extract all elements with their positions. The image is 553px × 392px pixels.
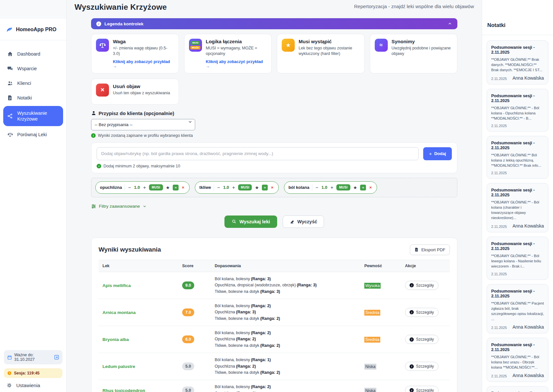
legend-card-desc: Lek bez tego objawu zostanie wykluczony … — [299, 46, 360, 57]
synonyms-toggle[interactable]: ≈ — [173, 185, 179, 190]
note-card[interactable]: Podsumowanie sesji - 2.11.2025 **OBJAWY … — [487, 386, 548, 392]
license-valid-badge: Ważne do: 31.10.2027 — [4, 350, 62, 364]
eraser-icon — [290, 219, 294, 224]
increase-weight-button[interactable]: + — [232, 185, 236, 190]
note-title: Podsumowanie sesji - 2.11.2025 — [491, 45, 544, 55]
app-logo: HomeoApp PRO — [0, 19, 66, 40]
decrease-weight-button[interactable]: − — [217, 185, 221, 190]
logout-icon[interactable] — [54, 355, 59, 360]
page-title: Wyszukiwanie Krzyżowe — [74, 3, 167, 12]
users-icon — [7, 80, 13, 86]
client-select[interactable]: -- Bez przypisania -- — [91, 119, 195, 130]
remedy-link[interactable]: Bryonia alba — [102, 337, 129, 342]
synonyms-toggle[interactable]: ≈ — [262, 185, 268, 190]
chip-weight: 1.0 — [321, 185, 327, 190]
export-pdf-button[interactable]: Eksport PDF — [410, 244, 450, 255]
legend-cards: Waga +/- zmienia wagę objawu (0.5-3.0) K… — [91, 34, 457, 73]
remedy-link[interactable]: Arnica montana — [102, 310, 136, 315]
decrease-weight-button[interactable]: − — [128, 185, 131, 190]
confidence-badge: Niska — [364, 364, 376, 370]
sidebar-item-porownaj-leki[interactable]: Porównaj Leki — [3, 128, 63, 141]
decrease-weight-button[interactable]: − — [315, 185, 319, 190]
plus-icon: + — [429, 151, 432, 156]
clear-button[interactable]: Wyczyść — [283, 216, 324, 228]
legend-header[interactable]: i Legenda kontrolek — [91, 18, 457, 29]
app-name: HomeoApp PRO — [16, 27, 56, 33]
score-badge: 9.0 — [182, 281, 194, 289]
match-line: Ból kolana, bolesny(Ranga: 2) — [215, 330, 357, 336]
legend-card-desc: Usuń ten objaw z wyszukiwania — [113, 90, 170, 96]
logic-mode-toggle[interactable]: MUSI — [149, 184, 163, 190]
approx-icon: ≈ — [375, 39, 388, 52]
note-card[interactable]: Podsumowanie sesji - 2.11.2025 **OBJAWY … — [487, 89, 548, 132]
match-line: Tkliwe, bolesne na dotyk(Ranga: 3) — [215, 289, 357, 295]
note-author: Anna Kowalska — [512, 75, 544, 81]
clock-icon — [7, 371, 12, 375]
remove-symptom-button[interactable]: × — [181, 185, 185, 190]
logic-mode-toggle[interactable]: MUSI — [336, 184, 350, 190]
info-icon: i — [91, 133, 96, 138]
table-row: Arnica montana 7.0 Ból kolana, bolesny(R… — [99, 299, 450, 326]
increase-weight-button[interactable]: + — [330, 185, 334, 190]
increase-weight-button[interactable]: + — [142, 185, 146, 190]
main-header: Wyszukiwanie Krzyżowe Repertoryzacja - z… — [74, 3, 474, 12]
advanced-filters-toggle[interactable]: Filtry zaawansowane — [91, 204, 457, 209]
synonyms-toggle[interactable]: ≈ — [360, 185, 366, 190]
remedy-link[interactable]: Rhus toxicodendron — [102, 388, 145, 392]
sidebar-item-wyszukiwanie-krzyzowe[interactable]: Wyszukiwanie Krzyżowe — [3, 106, 63, 126]
search-remedies-button[interactable]: Wyszukaj leki — [224, 216, 277, 228]
remove-symptom-button[interactable]: × — [270, 185, 274, 190]
chat-icon — [7, 65, 13, 72]
legend-card-musi-wystapic: ★ Musi wystąpić Lek bez tego objawu zost… — [277, 34, 365, 73]
logic-mode-toggle[interactable]: MUSI — [238, 184, 252, 190]
remedy-link[interactable]: Apis mellifica — [102, 283, 131, 288]
info-icon: i — [410, 310, 414, 314]
details-button[interactable]: i Szczegóły — [405, 281, 438, 290]
note-title: Podsumowanie sesji - 2.11.2025 — [491, 342, 544, 352]
remedy-link[interactable]: Ledum palustre — [102, 364, 135, 369]
legend-card-desc: MUSI = wymagany, MOŻE = opcjonalny — [206, 46, 267, 57]
notes-list: Podsumowanie sesji - 2.11.2025 **OBJAWY … — [482, 35, 553, 392]
note-card[interactable]: Podsumowanie sesji - 2.11.2025 **OBJAWY … — [487, 338, 548, 382]
page-subtitle: Repertoryzacja - znajdź leki wspólne dla… — [354, 3, 474, 9]
symptom-chips-bar: opuchlizna − 1.0 + MUSI ★ ≈ × tkliwe − 1… — [91, 178, 457, 197]
note-card[interactable]: Podsumowanie sesji - 2.11.2025 **OBJAWY … — [487, 40, 548, 85]
close-icon: × — [96, 84, 109, 97]
notes-panel: Notatki Podsumowanie sesji - 2.11.2025 *… — [482, 0, 553, 392]
note-title: Podsumowanie sesji - 2.11.2025 — [491, 391, 544, 392]
note-card[interactable]: Podsumowanie sesji - 2.11.2025 **OBJAWY … — [487, 284, 548, 333]
gear-icon — [7, 383, 12, 388]
match-line: Opuchlizna(Ranga: 3) — [215, 309, 357, 315]
details-button[interactable]: i Szczegóły — [405, 362, 438, 371]
remove-symptom-button[interactable]: × — [369, 185, 372, 190]
must-occur-toggle[interactable]: ★ — [166, 185, 170, 190]
must-occur-toggle[interactable]: ★ — [353, 185, 358, 190]
score-badge: 5.0 — [182, 386, 194, 392]
home-icon — [7, 51, 13, 57]
details-button[interactable]: i Szczegóły — [405, 308, 438, 317]
must-occur-toggle[interactable]: ★ — [254, 185, 259, 190]
add-symptom-button[interactable]: + Dodaj — [423, 147, 452, 160]
results-card: Wyniki wyszukiwania Eksport PDF Lek Scor… — [91, 238, 457, 392]
match-line: Ból kolana, bolesny(Ranga: 2) — [215, 303, 357, 309]
note-date: 2.11.2025 — [491, 374, 507, 378]
sidebar-item-notatki[interactable]: Notatki — [3, 91, 63, 104]
confidence-badge: Niska — [364, 388, 376, 392]
legend-example-link[interactable]: Kliknij aby zobaczyć przykład → — [206, 59, 267, 69]
sidebar-item-wsparcie[interactable]: Wsparcie — [3, 62, 63, 75]
assign-hint: i Wyniki zostaną zapisane w profilu wybr… — [91, 133, 457, 138]
note-card[interactable]: Podsumowanie sesji - 2.11.2025 **OBJAWY … — [487, 183, 548, 232]
settings-button[interactable]: Ustawienia — [4, 378, 62, 389]
chevron-up-icon[interactable] — [448, 21, 452, 26]
sidebar-item-dashboard[interactable]: Dashboard — [3, 47, 63, 60]
note-body: **OBJAWY GŁÓWNE:** - Ból kolana bez uraz… — [491, 354, 544, 370]
symptom-input[interactable] — [97, 147, 419, 160]
note-author: Anna Kowalska — [512, 223, 544, 229]
note-card[interactable]: Podsumowanie sesji - 2.11.2025 **OBJAWY … — [487, 237, 548, 280]
info-icon: i — [96, 21, 101, 26]
note-card[interactable]: Podsumowanie sesji - 2.11.2025 **OBJAWY … — [487, 136, 548, 179]
legend-example-link[interactable]: Kliknij aby zobaczyć przykład → — [113, 59, 174, 69]
details-button[interactable]: i Szczegóły — [405, 335, 438, 344]
sidebar-item-klienci[interactable]: Klienci — [3, 77, 63, 89]
details-button[interactable]: i Szczegóły — [405, 386, 438, 392]
